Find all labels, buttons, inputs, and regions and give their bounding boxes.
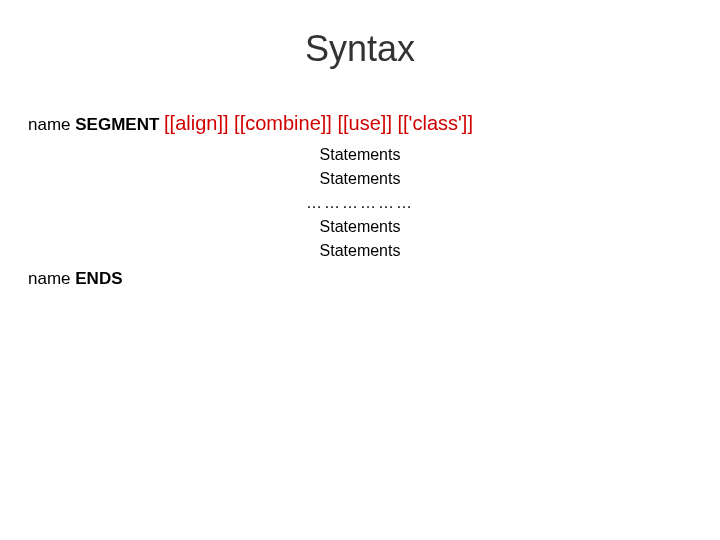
statement-line: Statements [28,215,692,239]
statement-line: Statements [28,167,692,191]
name-label: name [28,269,71,288]
syntax-close-line: name ENDS [28,269,692,289]
statement-line: Statements [28,239,692,263]
ends-keyword: ENDS [75,269,122,288]
name-label: name [28,115,71,134]
syntax-open-line: name SEGMENT [[align]] [[combine]] [[use… [28,112,692,135]
segment-keyword: SEGMENT [75,115,159,134]
slide-title: Syntax [0,28,720,70]
slide-content: name SEGMENT [[align]] [[combine]] [[use… [0,112,720,289]
statements-block: Statements Statements ……………… Statements … [28,143,692,263]
segment-params: [[align]] [[combine]] [[use]] [['class']… [164,112,473,134]
ellipsis-line: ……………… [28,191,692,215]
statement-line: Statements [28,143,692,167]
